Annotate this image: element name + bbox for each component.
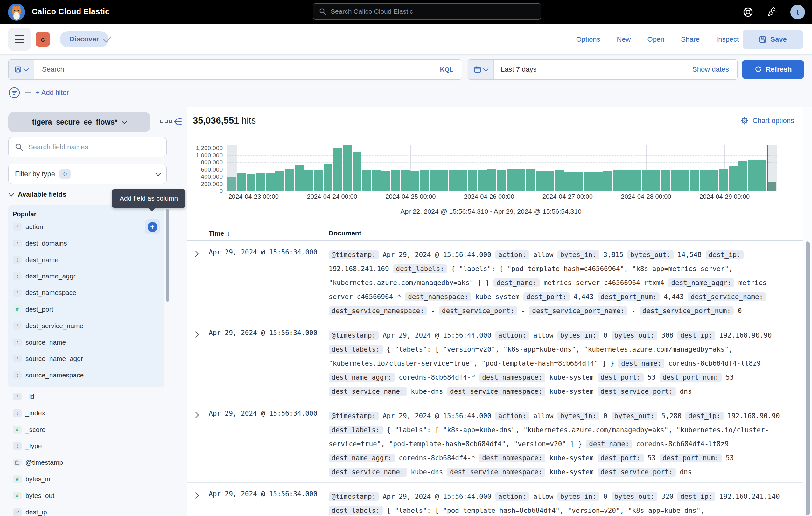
field-item-_score[interactable]: #_score — [8, 422, 164, 438]
time-range-value[interactable]: Last 7 days — [494, 59, 684, 79]
menu-new[interactable]: New — [617, 35, 631, 44]
histogram-bar[interactable] — [420, 170, 429, 191]
menu-open[interactable]: Open — [647, 35, 665, 44]
table-row[interactable]: Apr 29, 2024 @ 15:56:34.000@timestamp: A… — [187, 321, 804, 402]
hamburger-menu-button[interactable] — [8, 28, 31, 51]
field-visualize-grid-icon[interactable] — [161, 120, 172, 123]
histogram-bar[interactable] — [632, 170, 641, 191]
histogram-bar[interactable] — [757, 160, 766, 191]
histogram-bar[interactable] — [285, 169, 294, 191]
expand-row-icon[interactable] — [193, 412, 199, 418]
histogram-bar[interactable] — [738, 162, 747, 191]
histogram-bar[interactable] — [671, 170, 679, 191]
histogram-bar[interactable] — [719, 169, 728, 191]
table-row[interactable]: Apr 29, 2024 @ 15:56:34.000@timestamp: A… — [187, 241, 804, 321]
kql-language-button[interactable]: KQL — [432, 59, 462, 79]
histogram-bar[interactable] — [304, 170, 313, 191]
date-quick-menu-button[interactable] — [468, 59, 494, 79]
add-field-as-column-button[interactable]: + — [145, 219, 160, 234]
field-item-dest_domains[interactable]: tdest_domains — [8, 235, 164, 252]
histogram-bar[interactable] — [381, 171, 390, 191]
field-item-bytes_in[interactable]: #bytes_in — [8, 471, 164, 487]
histogram-bar[interactable] — [593, 172, 602, 191]
histogram-bar[interactable] — [700, 170, 708, 191]
histogram-bar[interactable] — [555, 170, 564, 191]
histogram-bar[interactable] — [275, 171, 284, 191]
refresh-button[interactable]: Refresh — [742, 60, 804, 79]
histogram-bar[interactable] — [333, 148, 342, 191]
calico-logo-icon[interactable] — [7, 3, 26, 22]
field-item-dest_ip[interactable]: IPdest_ip — [8, 504, 164, 516]
histogram-bar[interactable] — [748, 160, 757, 191]
field-item-@timestamp[interactable]: @timestamp — [8, 454, 164, 471]
histogram-bar[interactable] — [352, 152, 361, 191]
histogram-bar[interactable] — [507, 169, 516, 191]
breadcrumb-discover[interactable]: Discover — [60, 31, 109, 47]
histogram-bar[interactable] — [372, 170, 381, 191]
user-avatar[interactable]: t — [790, 5, 805, 20]
histogram-bar[interactable] — [401, 170, 409, 191]
field-item-_index[interactable]: t_index — [8, 405, 164, 422]
histogram-bar[interactable] — [488, 169, 496, 191]
histogram-bar[interactable] — [295, 165, 303, 191]
field-item-_type[interactable]: t_type — [8, 438, 164, 454]
histogram-bar[interactable] — [256, 173, 265, 191]
histogram-bar[interactable] — [690, 170, 699, 191]
space-badge[interactable]: c — [36, 32, 50, 47]
table-row[interactable]: Apr 29, 2024 @ 15:56:34.000@timestamp: A… — [187, 483, 804, 516]
histogram-bar[interactable] — [651, 170, 660, 191]
histogram-bar[interactable] — [439, 170, 448, 191]
save-button[interactable]: Save — [743, 30, 803, 49]
histogram-bar[interactable] — [362, 170, 371, 191]
histogram-bar[interactable] — [603, 171, 612, 191]
field-item-bytes_out[interactable]: #bytes_out — [8, 487, 164, 504]
kql-query-input[interactable]: Search — [34, 59, 432, 79]
histogram-bar[interactable] — [613, 170, 622, 191]
histogram-bar[interactable] — [343, 144, 352, 191]
field-item-source_namespace[interactable]: tsource_namespace — [8, 367, 164, 383]
field-item-source_name_aggr[interactable]: tsource_name_aggr — [8, 350, 164, 367]
menu-inspect[interactable]: Inspect — [716, 35, 739, 44]
saved-query-menu-button[interactable] — [8, 59, 34, 79]
menu-share[interactable]: Share — [681, 35, 700, 44]
histogram[interactable] — [227, 144, 777, 191]
filter-menu-icon[interactable] — [8, 87, 20, 99]
histogram-bar[interactable] — [246, 174, 256, 191]
field-item-dest_port[interactable]: #dest_port — [8, 301, 164, 318]
histogram-bar[interactable] — [410, 171, 419, 191]
histogram-bar[interactable] — [459, 170, 467, 191]
sidebar-scrollbar[interactable] — [166, 209, 169, 302]
field-item-_id[interactable]: t_id — [8, 388, 164, 405]
field-search-input[interactable]: Search field names — [8, 137, 167, 157]
histogram-bar[interactable] — [709, 170, 718, 191]
available-fields-header[interactable]: Available fields — [9, 190, 66, 198]
chart-options-button[interactable]: Chart options — [741, 116, 794, 125]
histogram-bar[interactable] — [468, 170, 477, 191]
index-pattern-selector[interactable]: tigera_secure_ee_flows* — [8, 112, 150, 132]
field-item-dest_service_name[interactable]: tdest_service_name — [8, 318, 164, 334]
histogram-bar[interactable] — [584, 172, 593, 191]
column-header-time[interactable]: Time ↓ — [209, 229, 230, 238]
histogram-bar[interactable] — [478, 170, 487, 191]
field-item-dest_namespace[interactable]: tdest_namespace — [8, 284, 164, 301]
field-item-dest_name_aggr[interactable]: tdest_name_aggr — [8, 268, 164, 284]
field-item-action[interactable]: taction — [8, 218, 164, 235]
help-life-ring-icon[interactable] — [743, 7, 753, 18]
show-dates-button[interactable]: Show dates — [684, 59, 737, 79]
field-item-source_name[interactable]: tsource_name — [8, 334, 164, 351]
menu-options[interactable]: Options — [576, 35, 601, 44]
collapse-sidebar-icon[interactable] — [173, 116, 183, 127]
histogram-bar[interactable] — [324, 164, 332, 191]
field-item-dest_name[interactable]: tdest_name — [8, 252, 164, 268]
histogram-bar[interactable] — [430, 170, 438, 191]
histogram-bar[interactable] — [536, 171, 545, 191]
histogram-bar[interactable] — [266, 173, 274, 191]
expand-row-icon[interactable] — [193, 492, 199, 499]
histogram-bar[interactable] — [574, 172, 583, 191]
histogram-bar[interactable] — [237, 173, 245, 191]
histogram-bar[interactable] — [516, 169, 525, 191]
histogram-bar[interactable] — [391, 170, 400, 191]
histogram-bar[interactable] — [526, 169, 535, 191]
histogram-bar[interactable] — [680, 170, 689, 191]
whats-new-party-icon[interactable] — [766, 6, 778, 18]
